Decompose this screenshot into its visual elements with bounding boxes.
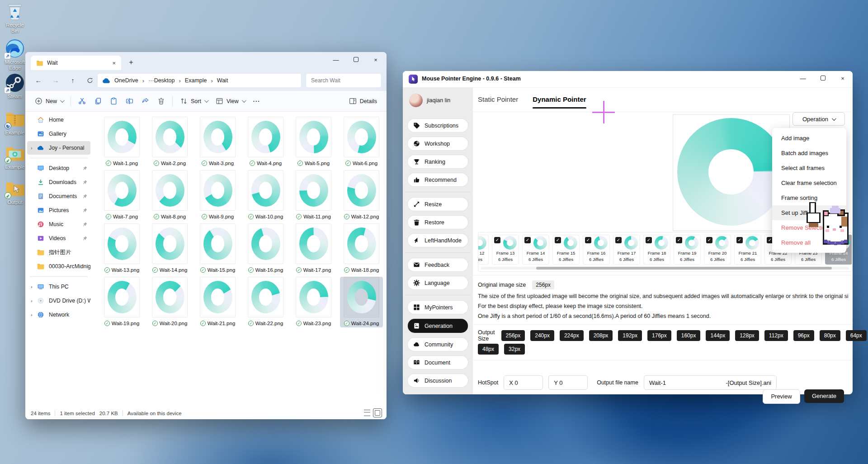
sidebar-item-desktop[interactable]: Desktop	[27, 161, 90, 175]
share-button[interactable]	[137, 94, 153, 109]
sidebar-item-resize[interactable]: Resize	[408, 198, 468, 211]
frame-tile-13[interactable]: ✓Frame 136 Jiffies	[492, 235, 519, 265]
sidebar-item-documents[interactable]: Documents	[27, 189, 90, 203]
details-button[interactable]: Details	[345, 94, 381, 109]
sidebar-item-home[interactable]: Home	[27, 113, 90, 127]
file-wait-14-png[interactable]: ✓Wait-14.png	[148, 223, 191, 274]
frame-scrollbar[interactable]	[536, 267, 832, 270]
frame-checkbox[interactable]: ✓	[524, 237, 531, 243]
output-size-208px[interactable]: 208px	[589, 330, 613, 341]
tab-close-icon[interactable]: ×	[110, 60, 118, 66]
view-button[interactable]: View	[212, 94, 249, 109]
output-size-176px[interactable]: 176px	[647, 330, 671, 341]
user-profile[interactable]: jiaqian lin	[409, 94, 450, 107]
output-size-224px[interactable]: 224px	[560, 330, 584, 341]
preview-button[interactable]: Preview	[763, 389, 800, 404]
frame-checkbox[interactable]: ✓	[585, 237, 591, 243]
sidebar-item-document[interactable]: Document	[408, 356, 468, 369]
sidebar-item-feedback[interactable]: Feedback	[408, 258, 468, 271]
frame-checkbox[interactable]: ✓	[646, 237, 652, 243]
frame-tile-16[interactable]: ✓Frame 166 Jiffies	[583, 235, 610, 265]
file-wait-15-png[interactable]: ✓Wait-15.png	[196, 223, 239, 274]
thumbnail-view-icon[interactable]	[373, 408, 382, 417]
sidebar-item-videos[interactable]: Videos	[27, 232, 90, 245]
breadcrumb-item-item[interactable]: ···	[148, 77, 154, 84]
output-size-144px[interactable]: 144px	[706, 330, 730, 341]
file-wait-17-png[interactable]: ✓Wait-17.png	[292, 223, 335, 274]
frame-checkbox[interactable]: ✓	[706, 237, 712, 243]
minimize-button[interactable]: —	[793, 71, 813, 86]
delete-button[interactable]	[153, 94, 169, 109]
sidebar-item-gallery[interactable]: Gallery	[27, 127, 90, 141]
sidebar-item-subscriptions[interactable]: Subscriptions	[408, 119, 468, 132]
menu-item-add-image[interactable]: Add image	[772, 131, 846, 146]
file-wait-3-png[interactable]: ✓Wait-3.png	[196, 117, 239, 167]
maximize-button[interactable]	[813, 71, 833, 86]
breadcrumb-item-wait[interactable]: Wait	[217, 77, 228, 84]
new-tab-button[interactable]: +	[126, 58, 137, 66]
file-wait-20-png[interactable]: ✓Wait-20.png	[148, 277, 191, 327]
frame-tile-12[interactable]: ✓Frame 126 Jiffies	[478, 235, 489, 265]
file-wait-13-png[interactable]: ✓Wait-13.png	[100, 223, 143, 274]
frame-tile-18[interactable]: ✓Frame 186 Jiffies	[643, 235, 670, 265]
hotspot-x-input[interactable]: X 0	[504, 375, 543, 390]
up-button[interactable]: ↑	[66, 74, 80, 87]
frame-tile-20[interactable]: ✓Frame 206 Jiffies	[704, 235, 731, 265]
sidebar-item-pictures[interactable]: Pictures	[27, 204, 90, 217]
output-size-256px[interactable]: 256px	[501, 330, 525, 341]
breadcrumb-item-example[interactable]: Example	[185, 77, 207, 84]
output-size-240px[interactable]: 240px	[530, 330, 554, 341]
file-wait-11-png[interactable]: ✓Wait-11.png	[292, 170, 335, 221]
sidebar-item-workshop[interactable]: Workshop	[408, 137, 468, 150]
rename-button[interactable]	[122, 94, 137, 109]
minimize-button[interactable]: —	[326, 52, 346, 68]
breadcrumb-item-onedrive[interactable]: OneDrive	[114, 77, 138, 84]
frame-checkbox[interactable]: ✓	[615, 237, 622, 243]
hotspot-y-input[interactable]: Y 0	[548, 375, 588, 390]
frame-tile-15[interactable]: ✓Frame 156 Jiffies	[552, 235, 580, 265]
generate-button[interactable]: Generate	[804, 389, 844, 403]
file-wait-12-png[interactable]: ✓Wait-12.png	[340, 170, 383, 221]
file-wait-9-png[interactable]: ✓Wait-9.png	[196, 170, 239, 221]
sidebar-item-language[interactable]: Language	[408, 276, 468, 289]
desktop-icon-example[interactable]: ↻Example	[2, 109, 28, 136]
sidebar-item-network[interactable]: ›Network	[27, 308, 90, 322]
frame-tile-14[interactable]: ✓Frame 146 Jiffies	[522, 235, 549, 265]
sort-button[interactable]: Sort	[176, 94, 212, 109]
desktop-icon-output[interactable]: ✓Output	[2, 179, 28, 205]
frame-checkbox[interactable]: ✓	[676, 237, 682, 243]
file-wait-19-png[interactable]: ✓Wait-19.png	[100, 277, 143, 327]
paste-button[interactable]	[106, 94, 122, 109]
file-wait-21-png[interactable]: ✓Wait-21.png	[196, 277, 239, 327]
copy-button[interactable]	[90, 94, 106, 109]
file-wait-23-png[interactable]: ✓Wait-23.png	[292, 277, 335, 327]
file-wait-24-png[interactable]: ✓Wait-24.png	[340, 277, 383, 327]
sidebar-item-joy-personal[interactable]: ›Joy - Personal	[27, 141, 90, 155]
frame-checkbox[interactable]: ✓	[555, 237, 561, 243]
menu-item-select-all-frames[interactable]: Select all frames	[772, 161, 846, 175]
list-view-icon[interactable]	[364, 410, 370, 416]
file-wait-18-png[interactable]: ✓Wait-18.png	[340, 223, 383, 274]
output-size-128px[interactable]: 128px	[735, 330, 759, 341]
sidebar-item-ranking[interactable]: Ranking	[408, 155, 468, 168]
operation-dropdown-button[interactable]: Operation	[793, 112, 845, 126]
frame-checkbox[interactable]: ✓	[494, 237, 500, 243]
file-wait-16-png[interactable]: ✓Wait-16.png	[244, 223, 287, 274]
output-size-160px[interactable]: 160px	[677, 330, 701, 341]
breadcrumb-item-desktop[interactable]: Desktop	[154, 77, 175, 84]
file-wait-4-png[interactable]: ✓Wait-4.png	[244, 117, 287, 167]
menu-item-clear-frame-selection[interactable]: Clear frame selection	[772, 175, 846, 190]
sidebar-item-item[interactable]: 指针图片	[27, 246, 90, 259]
desktop-icon-steam[interactable]: ↗Steam	[2, 73, 28, 99]
tab-dynamic-pointer[interactable]: Dynamic Pointer	[533, 95, 586, 109]
output-size-32px[interactable]: 32px	[504, 344, 525, 355]
maximize-button[interactable]	[346, 52, 366, 68]
sidebar-item-restore[interactable]: Restore	[408, 216, 468, 229]
sidebar-item-dvd-drive-d-win[interactable]: ›DVD Drive (D:) Win	[27, 294, 90, 308]
tab-static-pointer[interactable]: Static Pointer	[478, 95, 518, 109]
file-wait-8-png[interactable]: ✓Wait-8.png	[148, 170, 191, 221]
frame-tile-21[interactable]: ✓Frame 216 Jiffies	[734, 235, 761, 265]
forward-button[interactable]: →	[49, 74, 62, 87]
sidebar-item-recommend[interactable]: Recommend	[408, 173, 468, 186]
sidebar-item-mypointers[interactable]: MyPointers	[408, 301, 468, 314]
